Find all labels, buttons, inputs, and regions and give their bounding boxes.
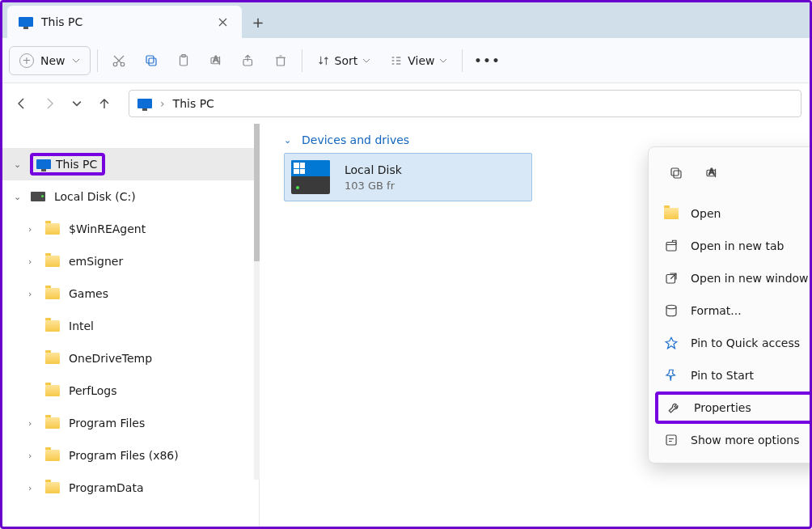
new-button[interactable]: + New [9,46,91,75]
pin-icon [663,367,679,383]
sort-label: Sort [335,54,358,67]
recent-button[interactable] [66,92,88,115]
scrollbar-thumb[interactable] [254,124,260,261]
chevron-right-icon[interactable]: › [28,224,41,235]
sidebar-folder[interactable]: Intel [2,310,259,342]
sidebar-folder[interactable]: ›emSigner [2,245,259,277]
ctx-label: Open in new window [691,272,809,285]
context-menu: A Open Enter Open in new tab Open in new… [648,146,812,463]
chevron-right-icon[interactable]: › [28,256,41,267]
ctx-label: Pin to Start [691,369,754,382]
plus-icon: + [19,53,34,68]
divider [97,49,98,72]
chevron-right-icon[interactable]: › [28,418,41,429]
ctx-label: Properties [694,401,751,414]
divider [302,49,302,72]
disk-icon [31,192,45,201]
up-button[interactable] [93,92,116,115]
section-devices-drives[interactable]: ⌄ Devices and drives [284,133,793,146]
ctx-label: Open [691,207,721,220]
active-tab[interactable]: This PC [7,6,242,38]
svg-rect-14 [666,243,676,252]
sidebar-drive-label: Local Disk (C:) [54,190,136,203]
close-tab-icon[interactable] [214,14,230,30]
sidebar-folder[interactable]: ›$WinREAgent [2,213,259,245]
folder-label: Games [69,287,108,300]
svg-rect-17 [666,435,676,445]
chevron-down-icon[interactable]: ⌄ [14,159,27,170]
sidebar-folder[interactable]: OneDriveTemp [2,342,259,375]
chevron-down-icon: ⌄ [284,135,297,146]
toolbar: + New A Sort View ••• [2,38,810,83]
folder-icon [45,288,60,299]
svg-point-16 [666,305,676,309]
share-button[interactable] [234,46,263,75]
sidebar-folder[interactable]: ›Program Files [2,407,259,439]
ctx-pin-start[interactable]: Pin to Start [655,359,812,391]
ctx-label: Format... [691,304,742,317]
ctx-open-new-window[interactable]: Open in new window [655,262,812,294]
folder-icon [45,223,60,235]
drive-free: 103 GB fr [345,180,402,192]
chevron-right-icon[interactable]: › [28,483,41,493]
forward-button[interactable] [38,92,61,115]
folder-label: OneDriveTemp [69,352,152,365]
rename-button[interactable]: A [201,46,230,75]
sidebar: ⌄ This PC ⌄ Local Disk (C:) ›$WinREAgent… [2,124,260,527]
pc-icon [137,99,152,108]
sidebar-folder[interactable]: ›Games [2,277,259,310]
ctx-properties[interactable]: Properties Alt+Enter [655,391,812,424]
ctx-label: Open in new tab [691,239,784,252]
svg-rect-11 [671,168,679,176]
folder-icon [45,353,60,364]
view-button[interactable]: View [382,46,455,75]
address-bar[interactable]: › This PC [129,90,801,117]
chevron-right-icon[interactable]: › [28,451,41,461]
ctx-label: Pin to Quick access [691,336,800,349]
ctx-copy-button[interactable] [662,159,691,188]
ctx-format[interactable]: Format... [655,294,812,327]
chevron-down-icon [439,57,447,65]
folder-icon [45,320,60,332]
new-tab-icon [663,238,679,254]
new-label: New [40,54,66,67]
breadcrumb-root[interactable]: This PC [173,97,214,110]
sidebar-root-label: This PC [56,158,97,171]
sidebar-folder[interactable]: ›Program Files (x86) [2,439,259,472]
chevron-down-icon [362,57,370,65]
sidebar-item-local-disk[interactable]: ⌄ Local Disk (C:) [2,180,259,213]
copy-button[interactable] [137,46,166,75]
ctx-pin-quick[interactable]: Pin to Quick access [655,327,812,359]
highlight-this-pc: This PC [30,153,105,176]
more-icon [663,432,679,448]
chevron-down-icon[interactable]: ⌄ [14,192,27,202]
pc-icon [19,17,33,27]
folder-label: ProgramData [69,481,144,494]
svg-rect-10 [674,171,681,178]
ctx-show-more[interactable]: Show more options [655,424,812,456]
sidebar-folder[interactable]: ›ProgramData [2,472,259,504]
delete-button[interactable] [266,46,295,75]
sort-button[interactable]: Sort [309,46,379,75]
ctx-open-new-tab[interactable]: Open in new tab [655,230,812,262]
ctx-rename-button[interactable]: A [697,159,726,188]
drive-local-disk[interactable]: Local Disk 103 GB fr [284,153,532,201]
more-button[interactable]: ••• [469,46,505,75]
wrench-icon [666,400,683,416]
cut-button[interactable] [104,46,133,75]
new-window-icon [663,270,679,286]
content-pane: ⌄ Devices and drives Local Disk 103 GB f… [260,124,810,527]
sidebar-item-this-pc[interactable]: ⌄ This PC [2,148,259,180]
sidebar-folder[interactable]: PerfLogs [2,375,259,407]
paste-button[interactable] [169,46,198,75]
titlebar: This PC + [2,2,810,38]
folder-label: emSigner [69,255,123,268]
chevron-right-icon[interactable]: › [28,289,41,299]
folder-icon [45,450,60,461]
folder-icon [45,385,60,396]
folder-label: $WinREAgent [69,222,146,235]
new-tab-button[interactable]: + [242,6,274,38]
ctx-open[interactable]: Open Enter [655,197,812,230]
back-button[interactable] [11,92,33,115]
folder-label: Intel [69,320,94,332]
